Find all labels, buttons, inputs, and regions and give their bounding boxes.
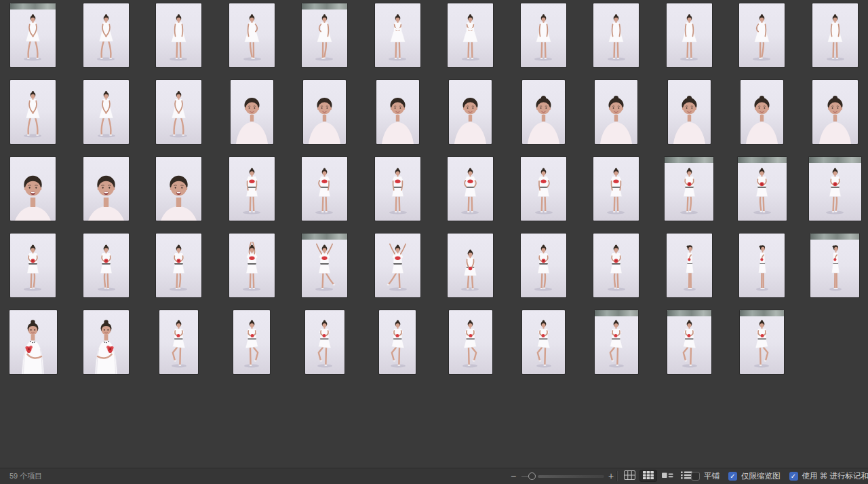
photo-thumbnail[interactable] [740, 310, 784, 374]
studio-ceiling-band [665, 157, 713, 163]
model-photo-figure [156, 3, 201, 67]
photo-thumbnail[interactable] [667, 3, 712, 67]
thumbnail-size-slider[interactable] [520, 468, 604, 483]
grid-small-icon [643, 471, 654, 481]
photo-thumbnail[interactable] [156, 3, 201, 67]
thumbnail-cell [726, 80, 799, 144]
checkbox-option[interactable]: 平铺 [691, 471, 719, 481]
photo-thumbnail[interactable] [667, 310, 711, 374]
photo-thumbnail[interactable] [229, 157, 275, 221]
zoom-in-button[interactable]: + [606, 468, 616, 483]
view-mode-grid-large-button[interactable] [620, 470, 638, 482]
photo-thumbnail[interactable] [593, 157, 639, 221]
checkbox-checked-icon[interactable]: ✓ [789, 472, 798, 481]
model-photo-figure [10, 234, 56, 297]
photo-thumbnail[interactable] [156, 234, 201, 297]
model-photo-figure [593, 157, 639, 221]
thumbnail-row [0, 157, 868, 221]
photo-thumbnail[interactable] [379, 310, 416, 374]
thumbnail-cell [799, 80, 868, 144]
photo-thumbnail[interactable] [593, 3, 639, 67]
thumbnail-cell [70, 3, 143, 67]
photo-thumbnail[interactable] [83, 157, 129, 221]
slider-track-right [538, 475, 604, 478]
photo-thumbnail[interactable] [83, 80, 129, 144]
photo-thumbnail[interactable] [809, 157, 861, 221]
photo-thumbnail[interactable] [159, 310, 198, 374]
photo-thumbnail[interactable] [741, 80, 783, 144]
photo-thumbnail[interactable] [376, 80, 419, 144]
photo-thumbnail[interactable] [303, 80, 346, 144]
slider-knob[interactable] [528, 472, 536, 480]
photo-thumbnail[interactable] [10, 80, 56, 144]
photo-thumbnail[interactable] [305, 310, 344, 374]
photo-thumbnail[interactable] [668, 80, 711, 144]
photo-thumbnail[interactable] [665, 157, 713, 221]
photo-thumbnail[interactable] [667, 234, 712, 297]
photo-thumbnail[interactable] [812, 80, 858, 144]
photo-thumbnail[interactable] [375, 234, 420, 297]
photo-thumbnail[interactable] [739, 234, 785, 297]
photo-thumbnail[interactable] [738, 157, 787, 221]
view-mode-content-list-button[interactable] [658, 470, 676, 482]
checkbox-unchecked-icon[interactable] [691, 472, 700, 481]
photo-thumbnail[interactable] [9, 310, 57, 374]
photo-thumbnail[interactable] [302, 3, 347, 67]
photo-thumbnail[interactable] [233, 310, 270, 374]
photo-thumbnail[interactable] [595, 80, 637, 144]
thumbnail-cell [70, 234, 143, 297]
thumbnail-cell [361, 310, 435, 374]
grid-large-icon [624, 470, 635, 481]
photo-thumbnail[interactable] [810, 234, 859, 297]
photo-thumbnail[interactable] [156, 157, 201, 221]
photo-thumbnail[interactable] [593, 234, 639, 297]
checkbox-label: 使用 ⌘ 进行标记和评级 [802, 471, 868, 481]
photo-thumbnail[interactable] [521, 157, 566, 221]
photo-thumbnail[interactable] [83, 310, 129, 374]
photo-thumbnail[interactable] [83, 3, 129, 67]
photo-thumbnail[interactable] [229, 234, 275, 297]
thumbnail-cell [142, 310, 216, 374]
model-photo-figure [375, 157, 420, 221]
model-photo-figure [667, 157, 712, 221]
zoom-out-button[interactable]: − [509, 468, 518, 483]
photo-thumbnail[interactable] [521, 3, 566, 67]
model-photo-figure [448, 3, 493, 67]
photo-thumbnail[interactable] [375, 157, 420, 221]
model-photo-figure [375, 234, 420, 297]
model-photo-figure [739, 157, 785, 221]
photo-thumbnail[interactable] [812, 3, 858, 67]
model-photo-figure [83, 3, 129, 67]
photo-thumbnail[interactable] [302, 234, 347, 297]
photo-thumbnail[interactable] [448, 157, 493, 221]
photo-thumbnail[interactable] [522, 310, 565, 374]
thumbnail-cell [216, 80, 289, 144]
checkbox-option[interactable]: ✓仅限缩览图 [728, 471, 781, 481]
model-photo-figure [83, 310, 129, 374]
photo-thumbnail[interactable] [229, 3, 275, 67]
photo-thumbnail[interactable] [10, 157, 56, 221]
photo-thumbnail[interactable] [10, 3, 56, 67]
photo-thumbnail[interactable] [521, 234, 566, 297]
thumbnail-cell [361, 234, 435, 297]
checkbox-checked-icon[interactable]: ✓ [728, 472, 737, 481]
photo-thumbnail[interactable] [739, 3, 785, 67]
thumbnail-cell [507, 234, 580, 297]
photo-thumbnail[interactable] [449, 80, 492, 144]
checkbox-option[interactable]: ✓使用 ⌘ 进行标记和评级 [789, 471, 868, 481]
thumbnail-cell [288, 3, 361, 67]
photo-thumbnail[interactable] [83, 234, 129, 297]
view-mode-grid-small-button[interactable] [639, 470, 657, 482]
thumbnail-cell [0, 234, 70, 297]
photo-thumbnail[interactable] [231, 80, 273, 144]
photo-thumbnail[interactable] [10, 234, 56, 297]
photo-thumbnail[interactable] [522, 80, 565, 144]
photo-thumbnail[interactable] [595, 310, 638, 374]
photo-thumbnail[interactable] [156, 80, 201, 144]
photo-thumbnail[interactable] [449, 310, 492, 374]
photo-thumbnail[interactable] [302, 157, 347, 221]
model-photo-figure [812, 157, 858, 221]
photo-thumbnail[interactable] [448, 234, 493, 297]
photo-thumbnail[interactable] [375, 3, 420, 67]
photo-thumbnail[interactable] [448, 3, 493, 67]
